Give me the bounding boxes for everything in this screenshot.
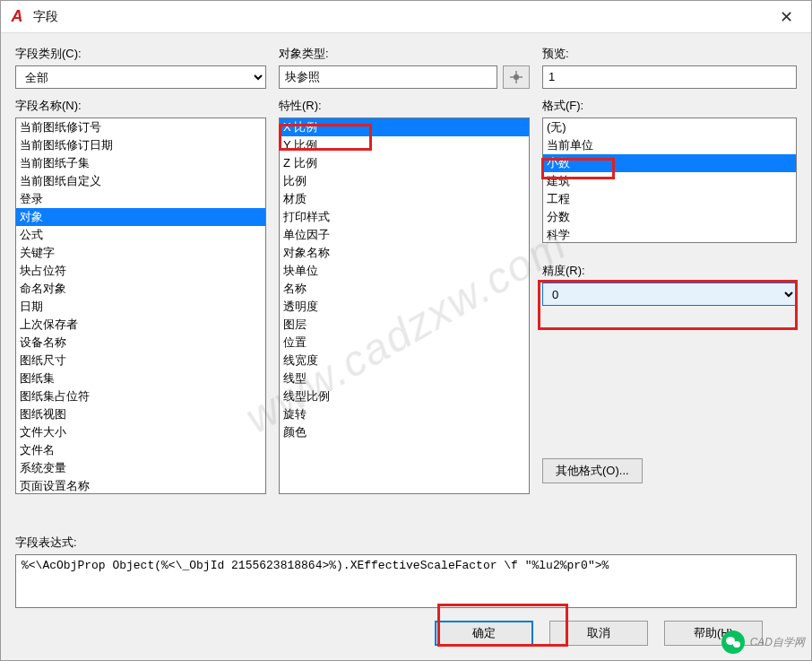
list-item[interactable]: 当前单位 xyxy=(543,136,796,154)
list-item[interactable]: 文件名 xyxy=(16,441,265,459)
object-type-row: 块参照 xyxy=(279,65,530,89)
cancel-button[interactable]: 取消 xyxy=(549,621,648,646)
label-precision: 精度(R): xyxy=(542,263,797,279)
list-item[interactable]: 小数 xyxy=(543,154,796,172)
list-item[interactable]: 线型比例 xyxy=(280,387,529,405)
brand-overlay: CAD自学网 xyxy=(721,631,805,654)
wechat-icon xyxy=(721,631,745,654)
column-left: 字段类别(C): 全部 字段名称(N): 当前图纸修订号当前图纸修订日期当前图纸… xyxy=(15,44,266,524)
list-item[interactable]: 位置 xyxy=(280,334,529,352)
list-item[interactable]: 系统变量 xyxy=(16,459,265,477)
precision-group: 精度(R): 0 xyxy=(542,261,797,306)
list-item[interactable]: 日期 xyxy=(16,298,265,316)
column-right: 预览: 1 格式(F): (无)当前单位小数建筑工程分数科学 精度(R): 0 … xyxy=(542,44,797,524)
list-item[interactable]: 名称 xyxy=(280,280,529,298)
list-item[interactable]: 图层 xyxy=(280,316,529,334)
list-item[interactable]: 文件大小 xyxy=(16,423,265,441)
list-item[interactable]: 设备名称 xyxy=(16,334,265,352)
list-item[interactable]: 页面设置名称 xyxy=(16,477,265,494)
list-item[interactable]: 线宽度 xyxy=(280,352,529,370)
list-item[interactable]: 当前图纸自定义 xyxy=(16,172,265,190)
object-type-value: 块参照 xyxy=(279,65,497,89)
list-item[interactable]: 打印样式 xyxy=(280,208,529,226)
app-icon: A xyxy=(8,8,26,26)
list-item[interactable]: 块单位 xyxy=(280,262,529,280)
titlebar: A 字段 ✕ xyxy=(1,1,811,33)
properties-list[interactable]: X 比例Y 比例Z 比例比例材质打印样式单位因子对象名称块单位名称透明度图层位置… xyxy=(279,117,530,494)
list-item[interactable]: (无) xyxy=(543,118,796,136)
column-middle: 对象类型: 块参照 特性(R): X 比例Y 比例Z 比例比例材质打印样式单位因… xyxy=(279,44,530,524)
list-item[interactable]: 旋转 xyxy=(280,405,529,423)
dialog-title: 字段 xyxy=(33,9,768,25)
list-item[interactable]: 线型 xyxy=(280,370,529,387)
field-dialog: A 字段 ✕ 字段类别(C): 全部 字段名称(N): 当前图纸修订号当前图纸修… xyxy=(0,0,812,661)
pick-object-button[interactable] xyxy=(503,65,530,89)
list-item[interactable]: 透明度 xyxy=(280,298,529,316)
preview-value: 1 xyxy=(542,65,797,89)
label-field-name: 字段名称(N): xyxy=(15,98,266,114)
ok-button[interactable]: 确定 xyxy=(435,621,533,646)
list-item[interactable]: 登录 xyxy=(16,190,265,208)
other-format-label: 其他格式(O)... xyxy=(556,463,629,479)
label-property: 特性(R): xyxy=(279,98,530,114)
precision-combo[interactable]: 0 xyxy=(542,283,797,306)
field-names-list[interactable]: 当前图纸修订号当前图纸修订日期当前图纸子集当前图纸自定义登录对象公式关键字块占位… xyxy=(15,117,266,494)
content-area: 字段类别(C): 全部 字段名称(N): 当前图纸修订号当前图纸修订日期当前图纸… xyxy=(1,33,811,660)
ok-label: 确定 xyxy=(472,625,496,641)
other-format-button[interactable]: 其他格式(O)... xyxy=(542,458,643,483)
cancel-label: 取消 xyxy=(587,625,610,641)
label-field-category: 字段类别(C): xyxy=(15,46,266,62)
list-item[interactable]: 当前图纸子集 xyxy=(16,154,265,172)
list-item[interactable]: 比例 xyxy=(280,172,529,190)
list-item[interactable]: Z 比例 xyxy=(280,154,529,172)
columns: 字段类别(C): 全部 字段名称(N): 当前图纸修订号当前图纸修订日期当前图纸… xyxy=(15,44,797,524)
list-item[interactable]: 当前图纸修订号 xyxy=(16,118,265,136)
list-item[interactable]: 对象 xyxy=(16,208,265,226)
list-item[interactable]: 图纸尺寸 xyxy=(16,352,265,370)
list-item[interactable]: Y 比例 xyxy=(280,136,529,154)
format-list[interactable]: (无)当前单位小数建筑工程分数科学 xyxy=(542,117,797,243)
label-format: 格式(F): xyxy=(542,98,797,114)
list-item[interactable]: 图纸视图 xyxy=(16,405,265,423)
list-item[interactable]: 材质 xyxy=(280,190,529,208)
list-item[interactable]: 科学 xyxy=(543,226,796,243)
label-object-type: 对象类型: xyxy=(279,46,530,62)
list-item[interactable]: 上次保存者 xyxy=(16,316,265,334)
list-item[interactable]: X 比例 xyxy=(280,118,529,136)
expression-value: %<\AcObjProp Object(%<\_ObjId 2155623818… xyxy=(15,554,797,608)
label-expression: 字段表达式: xyxy=(15,535,797,551)
list-item[interactable]: 命名对象 xyxy=(16,280,265,298)
list-item[interactable]: 分数 xyxy=(543,208,796,226)
list-item[interactable]: 图纸集占位符 xyxy=(16,387,265,405)
close-icon[interactable]: ✕ xyxy=(768,4,804,30)
button-row: 确定 取消 帮助(H) xyxy=(15,608,797,660)
list-item[interactable]: 公式 xyxy=(16,226,265,244)
list-item[interactable]: 颜色 xyxy=(280,423,529,441)
crosshair-icon xyxy=(510,71,523,83)
brand-text: CAD自学网 xyxy=(750,635,805,650)
list-item[interactable]: 单位因子 xyxy=(280,226,529,244)
list-item[interactable]: 块占位符 xyxy=(16,262,265,280)
list-item[interactable]: 建筑 xyxy=(543,172,796,190)
list-item[interactable]: 关键字 xyxy=(16,244,265,262)
field-category-combo[interactable]: 全部 xyxy=(15,65,266,89)
expression-row: 字段表达式: %<\AcObjProp Object(%<\_ObjId 215… xyxy=(15,533,797,608)
list-item[interactable]: 图纸集 xyxy=(16,370,265,387)
label-preview: 预览: xyxy=(542,46,797,62)
list-item[interactable]: 对象名称 xyxy=(280,244,529,262)
list-item[interactable]: 当前图纸修订日期 xyxy=(16,136,265,154)
list-item[interactable]: 工程 xyxy=(543,190,796,208)
